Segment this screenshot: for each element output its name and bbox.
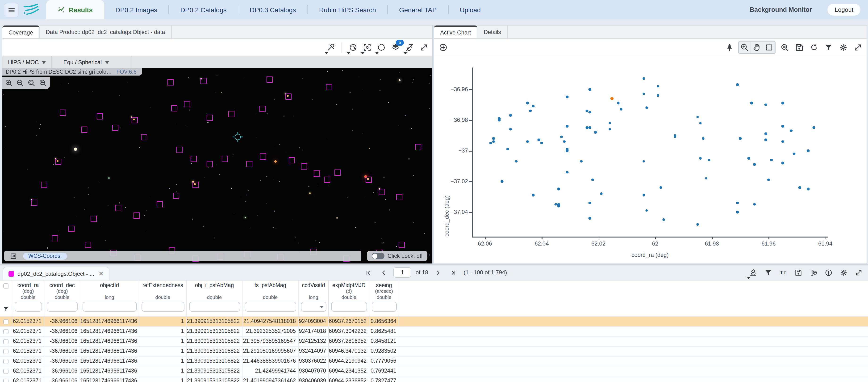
data-point[interactable] [739, 137, 742, 140]
settings-button[interactable] [837, 42, 849, 53]
data-point[interactable] [807, 188, 809, 190]
column-filter-input[interactable] [141, 302, 184, 312]
data-point[interactable] [643, 92, 645, 95]
expand-button[interactable] [852, 42, 863, 53]
column-header-obj_i_psfAbMag[interactable]: obj_i_psfAbMagdouble [187, 281, 243, 316]
row-checkbox[interactable] [3, 349, 8, 354]
select-all-checkbox[interactable] [3, 283, 8, 289]
data-point[interactable] [617, 102, 620, 105]
catalog-marker-square[interactable] [267, 77, 273, 83]
column-filter-input[interactable] [189, 302, 240, 312]
column-filter-input[interactable] [82, 302, 136, 312]
microscope-button[interactable] [747, 267, 758, 278]
filter-button[interactable] [823, 42, 834, 53]
add-chart-button[interactable] [437, 42, 448, 53]
row-checkbox[interactable] [3, 339, 8, 344]
catalog-marker-square[interactable] [91, 216, 97, 222]
table-row[interactable]: 62.0152371-36.96610616512817469661174361… [0, 356, 868, 366]
catalog-marker-square[interactable] [228, 111, 235, 117]
catalog-marker-square[interactable] [115, 205, 121, 211]
data-point[interactable] [705, 177, 707, 180]
data-point[interactable] [643, 77, 645, 80]
table-row[interactable]: 62.0152371-36.96610616512817469661174361… [0, 337, 868, 347]
catalog-marker-square[interactable] [141, 134, 148, 140]
data-point[interactable] [645, 209, 648, 212]
catalog-marker-square[interactable] [171, 105, 177, 112]
data-point[interactable] [781, 162, 784, 164]
catalog-marker-square[interactable] [85, 241, 91, 248]
data-point[interactable] [765, 104, 767, 106]
catalog-marker-square[interactable] [286, 93, 292, 100]
catalog-marker-square[interactable] [288, 157, 294, 164]
data-point[interactable] [696, 223, 699, 226]
close-icon[interactable]: ✕ [99, 270, 104, 277]
data-point[interactable] [526, 140, 529, 143]
catalog-marker-square[interactable] [206, 115, 213, 121]
prev-page-button[interactable] [378, 267, 389, 278]
data-point[interactable] [620, 108, 622, 111]
table-row[interactable]: 62.0152371-36.96610616512817469661174361… [0, 366, 868, 376]
page-number-input[interactable]: 1 [394, 267, 411, 277]
add-column-button[interactable] [808, 267, 819, 278]
catalog-marker-square[interactable] [133, 212, 140, 218]
data-point[interactable] [566, 149, 568, 152]
scatter-chart[interactable]: 62.0662.0462.026261.9861.9661.94−36.96−3… [434, 56, 867, 263]
data-point[interactable] [506, 148, 509, 150]
column-filter-input[interactable] [301, 302, 326, 312]
data-point[interactable] [586, 126, 588, 129]
sky-view[interactable]: DP0.2 HiPS from DESC DC2 sim: gri colo… … [2, 68, 432, 263]
data-point[interactable] [699, 157, 702, 159]
click-lock-toggle[interactable] [371, 253, 384, 259]
table-row[interactable]: 62.0152371-36.96610616512817469661174361… [0, 347, 868, 356]
catalog-marker-square[interactable] [55, 158, 61, 165]
column-filter-input[interactable] [46, 302, 78, 312]
data-point[interactable] [609, 128, 611, 130]
background-monitor-button[interactable]: Background Monitor [750, 6, 812, 13]
save-button[interactable] [794, 42, 805, 53]
data-point[interactable] [557, 205, 560, 207]
data-point[interactable] [560, 136, 563, 138]
data-point[interactable] [591, 178, 594, 181]
data-point[interactable] [588, 126, 591, 129]
catalog-marker-square[interactable] [399, 241, 405, 248]
data-point[interactable] [588, 88, 591, 91]
selected-data-point[interactable] [611, 97, 614, 100]
catalog-marker-square[interactable] [314, 171, 320, 177]
column-header-coord_ra[interactable]: coord_ra(deg)double [12, 281, 44, 316]
data-point[interactable] [532, 105, 534, 108]
catalog-marker-square[interactable] [167, 80, 174, 86]
data-point[interactable] [807, 149, 809, 152]
data-point[interactable] [662, 218, 665, 221]
zoom-out-button[interactable] [15, 78, 25, 88]
row-checkbox[interactable] [3, 359, 8, 364]
catalog-marker-square[interactable] [326, 84, 332, 90]
data-point[interactable] [736, 202, 739, 204]
unlink-button[interactable] [404, 42, 415, 53]
data-point[interactable] [702, 137, 705, 140]
tab-data-product[interactable]: Data Product: dp02_dc2_catalogs.Object -… [40, 26, 172, 38]
table-row[interactable]: 62.0152371-36.96610616512817469661174361… [0, 327, 868, 337]
data-point[interactable] [793, 152, 795, 155]
row-checkbox[interactable] [3, 329, 8, 334]
nav-tab-upload[interactable]: Upload [448, 0, 492, 19]
data-point[interactable] [781, 125, 784, 127]
data-point[interactable] [781, 140, 784, 143]
catalog-marker-square[interactable] [200, 78, 207, 84]
data-point[interactable] [765, 139, 767, 141]
pin-button[interactable] [724, 42, 735, 53]
catalog-marker-square[interactable] [259, 106, 266, 112]
column-header-fs_psfAbMag[interactable]: fs_psfAbMagdouble [243, 281, 299, 316]
catalog-marker-square[interactable] [247, 161, 253, 167]
tab-details[interactable]: Details [478, 26, 507, 38]
palette-button[interactable] [347, 42, 359, 53]
column-filter-input[interactable] [371, 302, 397, 312]
catalog-marker-square[interactable] [173, 193, 179, 199]
data-point[interactable] [609, 122, 611, 124]
data-point[interactable] [588, 217, 591, 219]
data-point[interactable] [770, 159, 773, 161]
data-point[interactable] [736, 211, 739, 213]
data-point[interactable] [781, 102, 784, 105]
catalog-marker-square[interactable] [191, 156, 197, 162]
settings-button[interactable] [838, 267, 849, 278]
zoom-fill-button[interactable] [38, 78, 48, 88]
